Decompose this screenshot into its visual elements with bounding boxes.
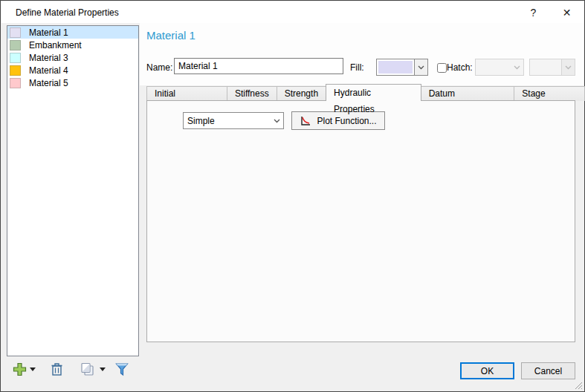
- tab-initial-conditions[interactable]: Initial Conditions: [146, 86, 227, 101]
- filter-button[interactable]: [112, 360, 132, 378]
- define-material-properties-dialog: Define Material Properties ? ✕ Material …: [0, 0, 585, 392]
- material-list[interactable]: Material 1EmbankmentMaterial 3Material 4…: [7, 25, 139, 356]
- hatch-color-dropdown: [529, 59, 575, 76]
- add-material-dropdown-button[interactable]: [28, 360, 38, 378]
- hatch-pattern-dropdown: [475, 59, 524, 76]
- material-list-item[interactable]: Material 1: [7, 26, 138, 39]
- material-list-item[interactable]: Material 5: [7, 76, 138, 89]
- hatch-label: Hatch:: [447, 62, 473, 73]
- material-name: Embankment: [29, 40, 82, 50]
- copy-material-dropdown-button[interactable]: [97, 360, 108, 378]
- add-material-button[interactable]: [10, 360, 29, 378]
- copy-icon: [80, 362, 95, 376]
- tab-hydraulic-properties[interactable]: Hydraulic Properties: [326, 84, 421, 101]
- material-list-item[interactable]: Material 3: [7, 51, 138, 64]
- material-color-swatch: [10, 53, 21, 63]
- close-button[interactable]: ✕: [550, 1, 584, 23]
- material-color-swatch: [10, 65, 21, 76]
- hatch-checkbox[interactable]: [437, 63, 447, 73]
- fill-color-dropdown[interactable]: [376, 59, 428, 76]
- resize-grip[interactable]: [573, 380, 582, 389]
- material-list-item[interactable]: Embankment: [7, 39, 138, 51]
- window-title: Define Material Properties: [16, 7, 119, 18]
- material-name: Material 5: [29, 78, 68, 88]
- cancel-button[interactable]: Cancel: [521, 362, 575, 379]
- trash-icon: [51, 362, 63, 376]
- material-color-swatch: [10, 40, 21, 50]
- tab-stage-factors[interactable]: Stage Factors: [514, 86, 585, 101]
- editor-panel-background: [140, 23, 584, 85]
- tab-datum-dependency[interactable]: Datum Dependency: [421, 86, 515, 101]
- material-name: Material 1: [29, 27, 68, 38]
- chevron-down-icon[interactable]: [414, 59, 427, 75]
- material-name: Material 3: [29, 53, 68, 63]
- cancel-label: Cancel: [534, 366, 562, 376]
- tab-bar: Initial ConditionsStiffnessStrengthHydra…: [146, 85, 584, 101]
- help-button[interactable]: ?: [517, 1, 550, 23]
- material-name: Material 4: [29, 65, 68, 76]
- tab-stiffness[interactable]: Stiffness: [227, 86, 277, 101]
- name-input[interactable]: [174, 58, 343, 74]
- chevron-down-icon: [561, 59, 575, 75]
- material-color-swatch: [10, 27, 21, 38]
- title-bar[interactable]: Define Material Properties ? ✕: [1, 1, 584, 23]
- ok-label: OK: [481, 366, 494, 376]
- delete-material-button[interactable]: [47, 360, 66, 378]
- caret-down-icon: [100, 368, 106, 371]
- model-dropdown[interactable]: Simple: [183, 112, 284, 129]
- plot-function-icon: [300, 115, 311, 127]
- model-value: Simple: [184, 113, 271, 128]
- close-icon: ✕: [563, 7, 572, 19]
- material-color-swatch: [10, 78, 21, 88]
- chevron-down-icon: [511, 59, 523, 75]
- plus-icon: [13, 362, 27, 376]
- fill-color-swatch: [378, 61, 413, 74]
- ok-button[interactable]: OK: [460, 362, 514, 379]
- page-title: Material 1: [146, 29, 195, 42]
- name-label: Name:: [146, 62, 172, 73]
- chevron-down-icon[interactable]: [271, 113, 283, 128]
- fill-label: Fill:: [350, 62, 364, 73]
- caret-down-icon: [30, 368, 36, 371]
- material-list-item[interactable]: Material 4: [7, 64, 138, 76]
- funnel-icon: [115, 362, 129, 376]
- help-icon: ?: [531, 7, 537, 19]
- tab-strength[interactable]: Strength: [277, 86, 326, 101]
- copy-material-button[interactable]: [78, 360, 97, 378]
- hydraulic-properties-tab-page: [146, 100, 575, 342]
